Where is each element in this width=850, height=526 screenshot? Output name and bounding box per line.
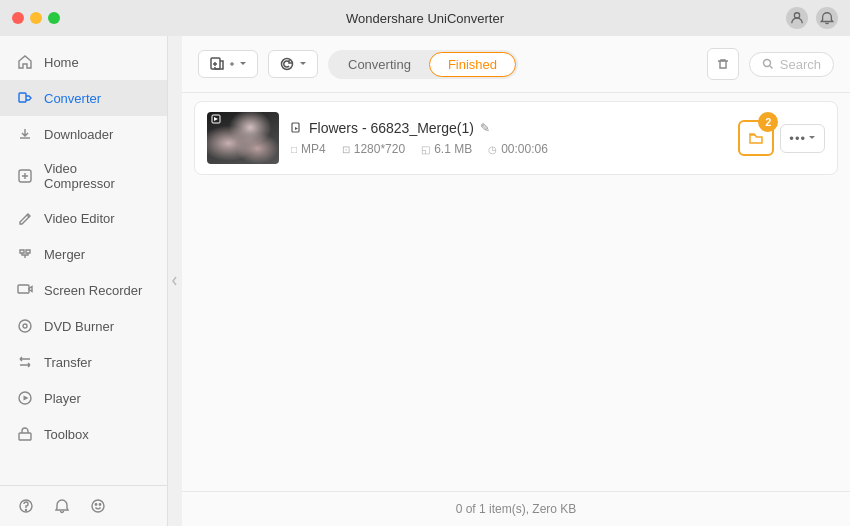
statusbar: 0 of 1 item(s), Zero KB [182, 491, 850, 526]
sidebar-label-converter: Converter [44, 91, 101, 106]
file-name: Flowers - 66823_Merge(1) [309, 120, 474, 136]
folder-action-wrapper: 2 [738, 120, 774, 156]
convert-button[interactable] [268, 50, 318, 78]
sidebar-label-editor: Video Editor [44, 211, 115, 226]
sidebar: Home Converter [0, 36, 168, 526]
feedback-icon[interactable] [88, 496, 108, 516]
main-layout: Home Converter [0, 36, 850, 526]
file-meta: □ MP4 ⊡ 1280*720 ◱ 6.1 MB ◷ [291, 142, 726, 156]
toolbar: Converting Finished Search [182, 36, 850, 93]
file-info: Flowers - 66823_Merge(1) ✎ □ MP4 ⊡ 1280*… [291, 120, 726, 156]
sidebar-label-home: Home [44, 55, 79, 70]
sidebar-label-merger: Merger [44, 247, 85, 262]
delete-button[interactable] [707, 48, 739, 80]
status-text: 0 of 1 item(s), Zero KB [456, 502, 577, 516]
edit-icon [16, 209, 34, 227]
sidebar-label-toolbox: Toolbox [44, 427, 89, 442]
app-title: Wondershare UniConverter [346, 11, 504, 26]
size-icon: ◱ [421, 144, 430, 155]
maximize-button[interactable] [48, 12, 60, 24]
svg-point-12 [99, 504, 100, 505]
downloader-icon [16, 125, 34, 143]
file-actions: 2 ••• [738, 120, 825, 156]
file-thumbnail [207, 112, 279, 164]
compress-icon [16, 167, 34, 185]
converter-icon [16, 89, 34, 107]
svg-rect-3 [18, 285, 29, 293]
transfer-icon [16, 353, 34, 371]
file-resolution: ⊡ 1280*720 [342, 142, 405, 156]
notification-icon[interactable] [52, 496, 72, 516]
toolbox-icon [16, 425, 34, 443]
svg-rect-1 [19, 93, 26, 102]
titlebar: Wondershare UniConverter [0, 0, 850, 36]
sidebar-item-transfer[interactable]: Transfer [0, 344, 167, 380]
file-size: ◱ 6.1 MB [421, 142, 472, 156]
duration-icon: ◷ [488, 144, 497, 155]
player-icon [16, 389, 34, 407]
edit-name-icon[interactable]: ✎ [480, 121, 490, 135]
file-duration: ◷ 00:00:06 [488, 142, 548, 156]
search-box[interactable]: Search [749, 52, 834, 77]
sidebar-footer [0, 485, 167, 526]
file-format: □ MP4 [291, 142, 326, 156]
svg-point-5 [23, 324, 27, 328]
sidebar-item-player[interactable]: Player [0, 380, 167, 416]
tab-finished[interactable]: Finished [429, 52, 516, 77]
search-placeholder: Search [780, 57, 821, 72]
resolution-icon: ⊡ [342, 144, 350, 155]
svg-point-4 [19, 320, 31, 332]
sidebar-label-dvd: DVD Burner [44, 319, 114, 334]
step2-badge: 2 [758, 112, 778, 132]
sidebar-nav: Home Converter [0, 36, 167, 485]
sidebar-item-video-compressor[interactable]: Video Compressor [0, 152, 167, 200]
window-controls [12, 12, 60, 24]
merge-icon [16, 245, 34, 263]
more-options-button[interactable]: ••• [780, 124, 825, 153]
sidebar-item-converter[interactable]: Converter [0, 80, 167, 116]
sidebar-item-toolbox[interactable]: Toolbox [0, 416, 167, 452]
sidebar-label-player: Player [44, 391, 81, 406]
minimize-button[interactable] [30, 12, 42, 24]
help-icon[interactable] [16, 496, 36, 516]
add-file-button[interactable] [198, 50, 258, 78]
sidebar-label-compressor: Video Compressor [44, 161, 151, 191]
record-icon [16, 281, 34, 299]
home-icon [16, 53, 34, 71]
svg-point-0 [794, 13, 799, 18]
ellipsis-icon: ••• [789, 131, 806, 146]
user-icon[interactable] [786, 7, 808, 29]
sidebar-label-transfer: Transfer [44, 355, 92, 370]
sidebar-item-screen-recorder[interactable]: Screen Recorder [0, 272, 167, 308]
file-name-row: Flowers - 66823_Merge(1) ✎ [291, 120, 726, 136]
tab-group: Converting Finished [328, 50, 518, 79]
play-icon [211, 114, 221, 126]
main-content: Converting Finished Search [182, 36, 850, 526]
sidebar-item-downloader[interactable]: Downloader [0, 116, 167, 152]
dvd-icon [16, 317, 34, 335]
sidebar-label-recorder: Screen Recorder [44, 283, 142, 298]
svg-point-10 [92, 500, 104, 512]
svg-rect-7 [19, 433, 31, 440]
format-icon: □ [291, 144, 297, 155]
sidebar-item-home[interactable]: Home [0, 44, 167, 80]
sidebar-item-merger[interactable]: Merger [0, 236, 167, 272]
svg-point-15 [763, 60, 770, 67]
table-row: Flowers - 66823_Merge(1) ✎ □ MP4 ⊡ 1280*… [194, 101, 838, 175]
sidebar-collapse-handle[interactable] [168, 36, 182, 526]
tab-converting[interactable]: Converting [330, 52, 429, 77]
svg-point-11 [95, 504, 96, 505]
file-list: Flowers - 66823_Merge(1) ✎ □ MP4 ⊡ 1280*… [182, 93, 850, 491]
bell-icon[interactable] [816, 7, 838, 29]
titlebar-icons [786, 7, 838, 29]
sidebar-item-dvd-burner[interactable]: DVD Burner [0, 308, 167, 344]
sidebar-label-downloader: Downloader [44, 127, 113, 142]
svg-point-9 [26, 510, 27, 511]
sidebar-item-video-editor[interactable]: Video Editor [0, 200, 167, 236]
close-button[interactable] [12, 12, 24, 24]
